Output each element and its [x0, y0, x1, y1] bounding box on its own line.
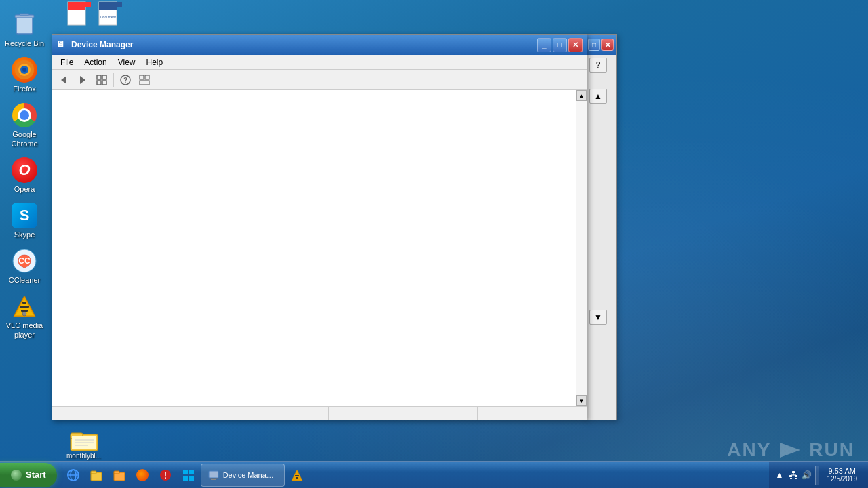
- svg-rect-4: [20, 14, 29, 15]
- clock-display[interactable]: 9:53 AM 12/5/2019: [822, 467, 863, 483]
- toolbar-update-button[interactable]: [136, 72, 153, 88]
- desktop-icon-opera[interactable]: O Opera: [0, 152, 49, 198]
- side-panel-header: □ ✕: [587, 35, 616, 55]
- toolbar-help-button[interactable]: ?: [117, 72, 134, 88]
- taskbar-firefox-button[interactable]: [132, 464, 153, 486]
- device-manager-window: 🖥 Device Manager _ □ ✕ File Action View …: [52, 34, 587, 420]
- taskbar-folder-button[interactable]: [108, 464, 130, 486]
- clock-date: 12/5/2019: [827, 475, 858, 483]
- monthly-folder[interactable]: monthlybl...: [66, 428, 101, 460]
- firefox-icon: [11, 56, 38, 83]
- svg-text:!: !: [164, 471, 167, 481]
- start-label: Start: [26, 470, 46, 480]
- svg-point-16: [22, 312, 26, 316]
- desktop-icon-skype[interactable]: S Skype: [0, 198, 49, 243]
- svg-rect-52: [114, 471, 119, 474]
- window-title-icon: 🖥: [56, 39, 67, 50]
- toolbar-back-button[interactable]: [55, 72, 73, 88]
- svg-text:CC: CC: [18, 256, 31, 266]
- chrome-icon: [11, 102, 38, 129]
- taskbar-ie-button[interactable]: [62, 464, 84, 486]
- ccleaner-icon: CC: [11, 247, 38, 274]
- desktop-icon-recycle-bin[interactable]: Recycle Bin: [0, 7, 49, 52]
- side-panel: □ ✕ ? ▲ ▼: [586, 34, 617, 420]
- side-panel-close-button[interactable]: ✕: [601, 39, 614, 51]
- start-orb-icon: [11, 470, 22, 481]
- chrome-label: GoogleChrome: [11, 130, 37, 148]
- minimize-button[interactable]: _: [537, 38, 551, 52]
- tray-sound-icon[interactable]: 🔊: [802, 470, 812, 481]
- recycle-bin-icon: [11, 11, 38, 38]
- svg-marker-28: [61, 76, 66, 84]
- svg-rect-65: [792, 471, 795, 473]
- toolbar-forward-button[interactable]: [74, 72, 92, 88]
- maximize-button[interactable]: □: [553, 38, 567, 52]
- pdf-icon-box[interactable]: PDF: [65, 1, 94, 30]
- svg-text:Document: Document: [100, 15, 116, 19]
- svg-rect-15: [22, 302, 26, 304]
- monthly-folder-label: monthlybl...: [66, 452, 101, 460]
- tray-arrow-icon[interactable]: ▲: [774, 470, 785, 481]
- menubar: File Action View Help: [52, 55, 587, 70]
- status-pane-2: [329, 407, 478, 420]
- svg-rect-19: [85, 2, 91, 7]
- skype-icon: S: [11, 202, 38, 229]
- taskbar-vlc-button[interactable]: [286, 464, 308, 486]
- vlc-label: VLC mediaplayer: [6, 321, 43, 339]
- side-panel-scroll-up[interactable]: ▲: [589, 89, 607, 104]
- clock-time: 9:53 AM: [827, 467, 858, 475]
- taskbar-windows-button[interactable]: [178, 464, 199, 486]
- system-tray: ▲ 🔊 9:53 AM 12/5/2019: [769, 462, 869, 488]
- svg-rect-72: [795, 478, 797, 479]
- top-desktop-icons: PDF W Document: [65, 1, 125, 30]
- svg-marker-29: [80, 76, 85, 84]
- opera-icon: O: [11, 157, 38, 184]
- menu-view[interactable]: View: [113, 56, 141, 68]
- svg-rect-58: [189, 476, 194, 481]
- skype-label: Skype: [14, 230, 35, 239]
- close-button[interactable]: ✕: [568, 38, 583, 52]
- svg-rect-55: [183, 470, 188, 474]
- svg-rect-38: [140, 81, 149, 85]
- desktop-icon-firefox[interactable]: Firefox: [0, 52, 49, 98]
- toolbar-showhide-button[interactable]: [93, 72, 111, 88]
- status-pane-3: [478, 407, 587, 420]
- scrollbar[interactable]: ▲ ▼: [576, 90, 587, 406]
- side-panel-help-button[interactable]: ?: [589, 58, 607, 73]
- status-pane-1: [52, 407, 329, 420]
- side-panel-scroll-down[interactable]: ▼: [589, 310, 607, 325]
- menu-help[interactable]: Help: [141, 56, 169, 68]
- desktop-icon-ccleaner[interactable]: CC CCleaner: [0, 243, 49, 289]
- taskbar-device-manager-item[interactable]: Device Manager: [201, 464, 285, 487]
- taskbar-items-area: ! Device Manager: [60, 464, 769, 487]
- taskbar-explorer-button[interactable]: [85, 464, 107, 486]
- taskbar-warning-button[interactable]: !: [155, 464, 176, 486]
- svg-rect-71: [790, 478, 792, 479]
- menu-action[interactable]: Action: [79, 56, 112, 68]
- svg-rect-1: [15, 15, 34, 18]
- svg-rect-30: [97, 75, 101, 79]
- ccleaner-label: CCleaner: [9, 276, 40, 285]
- desktop-icon-chrome[interactable]: GoogleChrome: [0, 98, 49, 152]
- desktop-icon-vlc[interactable]: VLC mediaplayer: [0, 289, 49, 343]
- svg-rect-37: [145, 75, 149, 79]
- svg-rect-24: [117, 2, 122, 7]
- tray-network-icon[interactable]: [788, 470, 799, 481]
- tray-show-desktop-icon[interactable]: [815, 466, 819, 485]
- start-button[interactable]: Start: [0, 463, 57, 487]
- opera-label: Opera: [14, 185, 35, 194]
- svg-rect-56: [189, 470, 194, 474]
- firefox-label: Firefox: [13, 85, 36, 94]
- scroll-up-button[interactable]: ▲: [576, 90, 587, 101]
- side-panel-restore-button[interactable]: □: [588, 39, 600, 51]
- statusbar: [52, 406, 587, 420]
- toolbar-separator: [113, 73, 114, 87]
- svg-point-8: [22, 68, 26, 72]
- window-content: ▲ ▼: [52, 90, 587, 406]
- word-icon-box[interactable]: W Document: [96, 1, 125, 30]
- svg-marker-39: [780, 443, 800, 458]
- menu-file[interactable]: File: [55, 56, 79, 68]
- scroll-down-button[interactable]: ▼: [576, 395, 587, 406]
- svg-rect-64: [296, 477, 298, 479]
- window-titlebar[interactable]: 🖥 Device Manager _ □ ✕: [52, 35, 587, 55]
